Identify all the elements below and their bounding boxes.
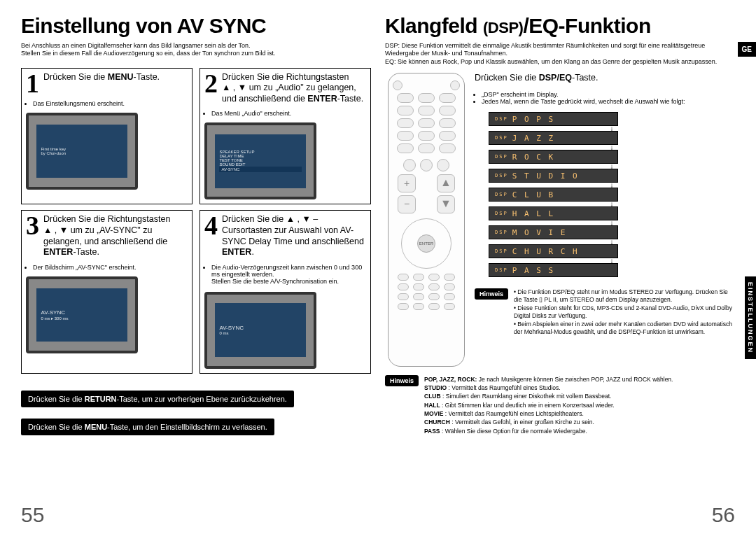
dsp-mode-hall: DSPH A L L bbox=[489, 206, 618, 220]
legend-item: MOVIE : Vermittelt das Raumgefühl eines … bbox=[424, 409, 673, 418]
step-4-text-b: ENTER bbox=[222, 247, 251, 257]
note-menu-b: MENU bbox=[85, 423, 107, 431]
title-av-sync: Einstellung von AV SYNC bbox=[21, 14, 371, 38]
hinweis-text-3: Beim Abspielen einer in zwei oder mehr K… bbox=[514, 321, 732, 335]
step-3: 3 Drücken Sie die Richtungstasten ▲ , ▼ … bbox=[21, 210, 192, 373]
hinweis-text-2: Diese Funktion steht für CDs, MP3-CDs un… bbox=[514, 304, 732, 319]
note-return-c: -Taste, um zur vorherigen Ebene zurückzu… bbox=[117, 395, 287, 403]
step-4-number: 4 bbox=[204, 214, 218, 237]
page-55: Einstellung von AV SYNC Bei Anschluss an… bbox=[21, 14, 371, 531]
title-dsp-eq-b: (DSP) bbox=[483, 19, 523, 36]
legend-item: CHURCH : Vermittelt das Gefühl, in einer… bbox=[424, 418, 673, 426]
legend-item: CLUB : Simuliert den Raumklang einer Dis… bbox=[424, 392, 673, 400]
step-4-text: Drücken Sie die ▲ , ▼ –Cursortasten zur … bbox=[222, 214, 366, 258]
step-2: 2 Drücken Sie die Richtungstasten ▲ , ▼ … bbox=[200, 68, 371, 205]
step-4-tv-illustration: AV-SYNC0 ms bbox=[204, 292, 316, 369]
step-2-text-a: Drücken Sie die Richtungstasten bbox=[222, 72, 349, 82]
step-1-text: Drücken Sie die MENU-Taste. bbox=[43, 72, 160, 83]
page-number-55: 55 bbox=[21, 503, 44, 527]
remote-control-illustration: +▲ −▼ ENTER bbox=[388, 73, 465, 367]
step-3-text-b: ▲ , ▼ um zu „AV-SYNC" zu gelangen, und a… bbox=[43, 225, 167, 246]
dsp-bullet-2: Jedes Mal, wenn die Taste gedrückt wird,… bbox=[482, 98, 735, 105]
intro-dsp-eq: DSP: Diese Funktion vermittelt die einma… bbox=[385, 42, 735, 66]
arrow-down-icon: ↓ bbox=[489, 164, 735, 168]
page-number-56: 56 bbox=[712, 503, 735, 527]
arrow-down-icon: ↓ bbox=[489, 146, 735, 149]
step-4-bullet-1: Die Audio-Verzögerungszeit kann zwischen… bbox=[211, 264, 366, 278]
step-2-text: Drücken Sie die Richtungstasten ▲ , ▼ um… bbox=[222, 72, 366, 105]
title-dsp-eq-c: /EQ-Funktion bbox=[523, 14, 650, 37]
dsp-instruction-a: Drücken Sie die bbox=[475, 73, 539, 83]
step-3-text: Drücken Sie die Richtungstasten ▲ , ▼ um… bbox=[43, 214, 188, 258]
title-dsp-eq-a: Klangfeld bbox=[385, 14, 483, 37]
mode-legend-list: POP, JAZZ, ROCK: Je nach Musikgenre könn… bbox=[424, 375, 673, 435]
dsp-mode-church: DSPC H U R C H bbox=[489, 244, 618, 258]
dsp-mode-studio: DSPS T U D I O bbox=[489, 169, 618, 183]
step-1-text-b: MENU bbox=[108, 72, 134, 82]
step-3-text-d: -Taste. bbox=[73, 247, 99, 257]
dsp-mode-movie: DSPM O V I E bbox=[489, 225, 618, 239]
step-3-text-a: Drücken Sie die Richtungstasten bbox=[43, 214, 170, 224]
dsp-mode-pass: DSPP A S S bbox=[489, 263, 618, 277]
dsp-mode-club: DSPC L U B bbox=[489, 188, 618, 202]
legend-item: PASS : Wählen Sie diese Option für die n… bbox=[424, 427, 673, 435]
arrow-down-icon: ↓ bbox=[489, 183, 735, 187]
dsp-modes-panel: Drücken Sie die DSP/EQ-Taste. „DSP" ersc… bbox=[475, 73, 735, 337]
step-2-text-c: ENTER bbox=[307, 94, 337, 104]
hinweis-text-1: Die Funktion DSP/EQ steht nur im Modus S… bbox=[514, 288, 728, 303]
dsp-mode-jazz: DSPJ A Z Z bbox=[489, 131, 618, 145]
step-1-number: 1 bbox=[26, 72, 39, 94]
dsp-instruction-c: -Taste. bbox=[572, 73, 598, 83]
section-tab-einstellungen: EINSTELLUNGEN bbox=[745, 276, 756, 359]
note-menu-c: -Taste, um den Einstellbildschirm zu ver… bbox=[107, 423, 267, 431]
note-return-a: Drücken Sie die bbox=[28, 395, 85, 403]
arrow-down-icon: ↓ bbox=[489, 202, 735, 206]
note-menu-a: Drücken Sie die bbox=[28, 423, 85, 431]
step-4-text-c: . bbox=[251, 247, 253, 257]
step-3-tv-illustration: AV-SYNC0 ms ▸ 300 ms bbox=[26, 276, 138, 353]
step-4-bullet-2: Stellen Sie die beste A/V-Synchronisatio… bbox=[211, 278, 366, 286]
step-1-tv-illustration: First time keyby Choi-doon bbox=[26, 113, 138, 190]
hinweis-block: Hinweis • Die Funktion DSP/EQ steht nur … bbox=[475, 288, 735, 337]
legend-item: STUDIO : Vermittelt das Raumgefühl eines… bbox=[424, 384, 673, 392]
language-tab-ge: GE bbox=[738, 42, 756, 57]
step-1: 1 Drücken Sie die MENU-Taste. Das Einste… bbox=[21, 68, 192, 205]
dsp-instruction: Drücken Sie die DSP/EQ-Taste. bbox=[475, 73, 735, 83]
legend-item: POP, JAZZ, ROCK: Je nach Musikgenre könn… bbox=[424, 375, 673, 384]
dsp-mode-list: DSPP O P S↓DSPJ A Z Z↓DSPR O C K↓DSPS T … bbox=[489, 112, 735, 277]
note-return-b: RETURN bbox=[85, 395, 117, 403]
step-4-text-a: Drücken Sie die ▲ , ▼ –Cursortasten zur … bbox=[222, 214, 364, 246]
legend-item: HALL : Gibt Stimmen klar und deutlich wi… bbox=[424, 401, 673, 409]
step-1-bullet: Das Einstellungsmenü erscheint. bbox=[33, 100, 188, 107]
step-2-number: 2 bbox=[204, 72, 218, 94]
step-3-number: 3 bbox=[26, 214, 39, 237]
arrow-down-icon: ↓ bbox=[489, 240, 735, 244]
arrow-down-icon: ↓ bbox=[489, 259, 735, 262]
arrow-down-icon: ↓ bbox=[489, 221, 735, 225]
mode-legend-block: Hinweis POP, JAZZ, ROCK: Je nach Musikge… bbox=[385, 375, 735, 435]
step-2-bullet: Das Menü „Audio" erscheint. bbox=[211, 110, 366, 117]
arrow-down-icon: ↓ bbox=[489, 127, 735, 130]
step-3-bullet: Der Bildschirm „AV-SYNC" erscheint. bbox=[33, 264, 188, 271]
note-return: Drücken Sie die RETURN-Taste, um zur vor… bbox=[21, 391, 294, 407]
hinweis-label: Hinweis bbox=[475, 288, 508, 300]
step-3-text-c: ENTER bbox=[43, 247, 73, 257]
dsp-bullet-1: „DSP" erscheint im Display. bbox=[482, 91, 735, 98]
title-dsp-eq: Klangfeld (DSP)/EQ-Funktion bbox=[385, 14, 735, 38]
hinweis-label-2: Hinweis bbox=[385, 375, 419, 386]
step-2-tv-illustration: SPEAKER SETUPDELAY TIMETEST TONESOUND ED… bbox=[204, 122, 316, 199]
dsp-instruction-b: DSP/EQ bbox=[539, 73, 572, 83]
step-1-text-a: Drücken Sie die bbox=[43, 72, 105, 82]
dsp-mode-pops: DSPP O P S bbox=[489, 112, 618, 126]
intro-av-sync: Bei Anschluss an einen Digitalfernseher … bbox=[21, 42, 371, 58]
dsp-mode-rock: DSPR O C K bbox=[489, 150, 618, 164]
step-2-text-d: -Taste. bbox=[337, 94, 364, 104]
note-menu: Drücken Sie die MENU-Taste, um den Einst… bbox=[21, 419, 274, 435]
step-4: 4 Drücken Sie die ▲ , ▼ –Cursortasten zu… bbox=[200, 210, 371, 373]
page-56: GE EINSTELLUNGEN Klangfeld (DSP)/EQ-Funk… bbox=[385, 14, 735, 531]
step-1-text-c: -Taste. bbox=[134, 72, 160, 82]
remote-dpad: ENTER bbox=[401, 218, 451, 269]
